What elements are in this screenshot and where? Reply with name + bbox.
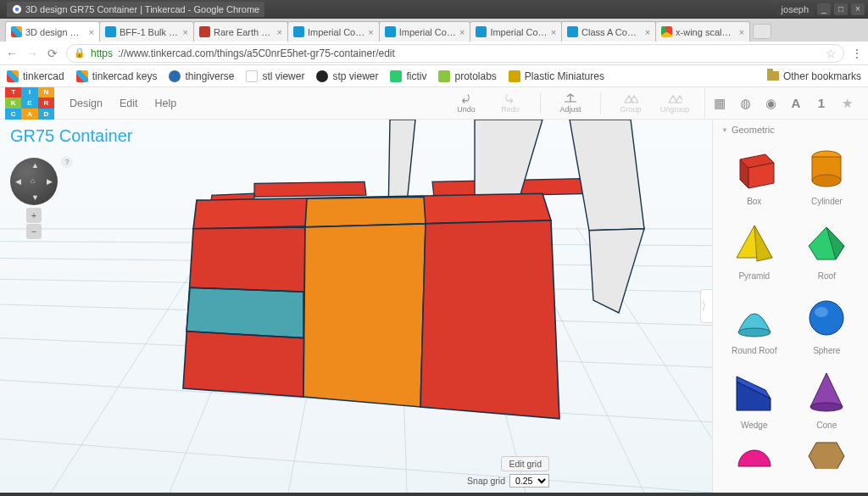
browser-tab[interactable]: Imperial Co…× xyxy=(470,21,562,42)
favicon-icon xyxy=(661,26,672,37)
text-tool-icon[interactable]: A xyxy=(788,96,804,110)
browser-toolbar: ← → ⟳ 🔒 https://www.tinkercad.com/things… xyxy=(0,42,868,65)
snap-grid-label: Snap grid xyxy=(467,476,505,486)
browser-tab[interactable]: BFF-1 Bulk f…× xyxy=(99,21,194,42)
browser-tab[interactable]: Class A Con…× xyxy=(561,21,656,42)
shape-box[interactable]: Box xyxy=(720,138,789,209)
menu-help[interactable]: Help xyxy=(154,98,176,109)
os-window-controls: joseph _ □ × xyxy=(776,3,868,16)
shape-sphere[interactable]: Sphere xyxy=(793,287,862,359)
bookmark-item[interactable]: stl viewer xyxy=(246,70,304,82)
new-tab-button[interactable] xyxy=(753,24,771,39)
favicon-icon xyxy=(438,70,450,82)
bookmark-item[interactable]: tinkercad xyxy=(7,70,64,82)
browser-tabstrip: 3D design GR75 Contai × BFF-1 Bulk f…× R… xyxy=(0,19,868,42)
ungroup-button[interactable]: Ungroup xyxy=(660,92,689,114)
tab-close-icon[interactable]: × xyxy=(277,27,282,37)
tab-title: BFF-1 Bulk f… xyxy=(120,27,180,37)
forward-button[interactable]: → xyxy=(25,47,39,60)
favicon-icon xyxy=(509,70,520,82)
tab-close-icon[interactable]: × xyxy=(183,27,188,37)
bookmark-label: protolabs xyxy=(454,70,496,82)
favicon-icon xyxy=(567,26,578,37)
shape-label: Box xyxy=(747,197,761,206)
viewport-3d[interactable]: GR75 Container ? ▲ ◀ ⌂ ▶ ▼ + − Edit grid… xyxy=(0,120,712,493)
nav-right-icon: ▶ xyxy=(47,177,53,186)
bookmark-item[interactable]: stp viewer xyxy=(316,70,378,82)
tinkercad-app: TIN KER CAD Design Edit Help Undo Redo A… xyxy=(0,87,868,493)
shape-half-sphere[interactable] xyxy=(720,437,789,472)
redo-icon xyxy=(503,92,518,104)
number-tool-icon[interactable]: 1 xyxy=(814,96,829,110)
os-bottom-border xyxy=(0,493,868,496)
snap-grid-select[interactable]: 0.25 xyxy=(509,474,549,488)
browser-tab[interactable]: 3D design GR75 Contai × xyxy=(5,21,100,42)
alt-panel-icon[interactable]: ◉ xyxy=(763,96,778,111)
shape-wedge[interactable]: Wedge xyxy=(720,362,789,433)
url-field[interactable]: 🔒 https://www.tinkercad.com/things/a5C0n… xyxy=(66,44,844,63)
bookmark-item[interactable]: fictiv xyxy=(390,70,426,82)
shape-panel-icon[interactable]: ◍ xyxy=(737,96,753,111)
panel-collapse-button[interactable]: 〉 xyxy=(700,289,712,323)
shape-polygon-prism[interactable] xyxy=(793,437,862,472)
url-protocol: https xyxy=(91,47,113,59)
tab-title: 3D design GR75 Contai xyxy=(25,27,86,37)
menu-design[interactable]: Design xyxy=(70,98,103,109)
box-icon xyxy=(732,146,777,190)
shape-label: Wedge xyxy=(741,421,768,430)
os-username: joseph xyxy=(776,3,814,16)
bookmark-item[interactable]: thingiverse xyxy=(169,70,234,82)
svg-marker-18 xyxy=(254,181,366,197)
os-app-title: 3D design GR75 Container | Tinkercad - G… xyxy=(25,4,259,14)
app-toolbar: TIN KER CAD Design Edit Help Undo Redo A… xyxy=(0,87,868,120)
adjust-button[interactable]: Adjust xyxy=(556,92,585,114)
shape-cone[interactable]: Cone xyxy=(793,362,862,433)
favorites-icon[interactable]: ★ xyxy=(839,96,854,111)
browser-tab[interactable]: Imperial Co…× xyxy=(379,21,471,42)
edit-grid-button[interactable]: Edit grid xyxy=(501,456,549,471)
shape-round-roof[interactable]: Round Roof xyxy=(720,287,789,359)
workplane-icon[interactable]: ▦ xyxy=(712,96,727,111)
tab-close-icon[interactable]: × xyxy=(645,27,650,37)
zoom-in-button[interactable]: + xyxy=(26,208,42,223)
undo-button[interactable]: Undo xyxy=(452,92,481,114)
bookmark-label: stl viewer xyxy=(262,70,304,82)
shapes-category-header[interactable]: Geometric xyxy=(713,120,868,138)
group-button[interactable]: Group xyxy=(616,92,645,114)
shape-roof[interactable]: Roof xyxy=(793,213,862,284)
shape-cylinder[interactable]: Cylinder xyxy=(793,138,862,209)
shape-pyramid[interactable]: Pyramid xyxy=(720,213,789,284)
chrome-icon xyxy=(12,4,22,14)
tab-title: Imperial Co… xyxy=(399,27,456,37)
browser-tab[interactable]: x-wing scale…× xyxy=(655,21,750,42)
other-bookmarks[interactable]: Other bookmarks xyxy=(767,70,861,82)
browser-tab[interactable]: Imperial Co…× xyxy=(287,21,380,42)
tab-close-icon[interactable]: × xyxy=(739,27,744,37)
tab-close-icon[interactable]: × xyxy=(551,27,556,37)
tab-close-icon[interactable]: × xyxy=(459,27,465,37)
tab-close-icon[interactable]: × xyxy=(89,27,94,37)
back-button[interactable]: ← xyxy=(5,47,19,60)
help-icon[interactable]: ? xyxy=(61,156,73,168)
redo-button[interactable]: Redo xyxy=(496,92,525,114)
orbit-navball[interactable]: ▲ ◀ ⌂ ▶ ▼ xyxy=(10,158,58,205)
reload-button[interactable]: ⟳ xyxy=(46,47,59,60)
window-maximize-button[interactable]: □ xyxy=(834,3,848,15)
zoom-out-button[interactable]: − xyxy=(26,224,42,239)
design-title[interactable]: GR75 Container xyxy=(10,126,133,146)
shape-label: Sphere xyxy=(813,346,840,355)
undo-icon xyxy=(459,92,474,104)
window-minimize-button[interactable]: _ xyxy=(817,3,831,15)
bookmark-item[interactable]: protolabs xyxy=(438,70,496,82)
os-app-tab[interactable]: 3D design GR75 Container | Tinkercad - G… xyxy=(7,2,264,17)
tab-close-icon[interactable]: × xyxy=(368,27,373,37)
window-close-button[interactable]: × xyxy=(851,3,865,15)
bookmark-star-icon[interactable]: ☆ xyxy=(826,47,837,60)
browser-menu-button[interactable]: ⋮ xyxy=(851,47,863,60)
browser-tab[interactable]: Rare Earth M…× xyxy=(193,21,288,42)
home-icon[interactable]: ⌂ xyxy=(31,176,35,185)
menu-edit[interactable]: Edit xyxy=(120,98,138,109)
bookmark-item[interactable]: Plastic Miniatures xyxy=(509,70,604,82)
bookmark-item[interactable]: tinkercad keys xyxy=(76,70,158,82)
tinkercad-logo[interactable]: TIN KER CAD xyxy=(5,87,54,120)
